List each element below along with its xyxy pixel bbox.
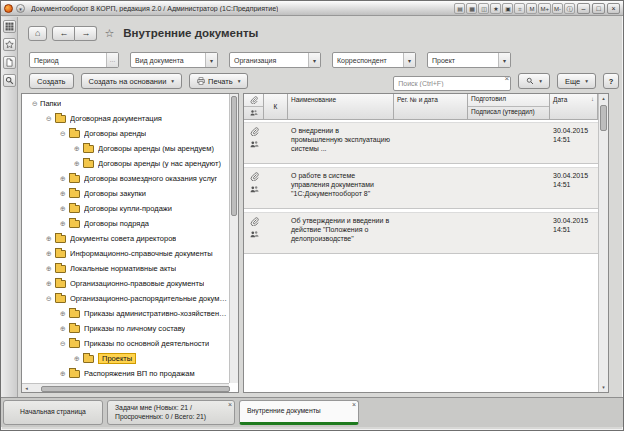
- chevron-down-icon[interactable]: ▾: [308, 53, 320, 67]
- filter-organization[interactable]: Организация ▾: [229, 52, 321, 68]
- print-icon[interactable]: ▦: [466, 3, 477, 14]
- table-row[interactable]: О работе в системе управления документам…: [244, 167, 598, 209]
- tree-item[interactable]: ⊕ Организационно-правовые документы: [23, 276, 228, 291]
- expand-icon[interactable]: ⊕: [72, 145, 82, 153]
- list-vertical-scrollbar[interactable]: ▴ ▾: [598, 94, 608, 392]
- tree-horizontal-scrollbar[interactable]: ◂ ▸: [22, 383, 229, 392]
- tree-item[interactable]: ⊕ Информационно-справочные документы: [23, 246, 228, 261]
- expand-icon[interactable]: ⊕: [72, 355, 82, 363]
- tree-item[interactable]: ⊕ Локальные нормативные акты: [23, 261, 228, 276]
- expand-icon[interactable]: ⊕: [44, 280, 54, 288]
- tree-item[interactable]: ⊕ Договоры аренды (мы арендуем): [23, 141, 228, 156]
- expand-icon[interactable]: ⊕: [44, 250, 54, 258]
- forward-button[interactable]: →: [75, 26, 97, 41]
- tree-item[interactable]: ⊕ Договоры закупки: [23, 186, 228, 201]
- expand-icon[interactable]: ⊕: [58, 190, 68, 198]
- filter-period[interactable]: Период …: [29, 52, 119, 68]
- scrollbar-thumb[interactable]: [41, 386, 230, 392]
- chevron-down-icon[interactable]: ▾: [205, 53, 217, 67]
- tree-item[interactable]: ⊕ Документы совета директоров: [23, 231, 228, 246]
- scroll-up-icon[interactable]: ▴: [599, 94, 608, 103]
- filter-doc-type[interactable]: Вид документа ▾: [130, 52, 218, 68]
- sort-descending-icon[interactable]: ↓: [591, 96, 594, 102]
- expand-icon[interactable]: ⊕: [58, 175, 68, 183]
- tree-item[interactable]: ⊕ Приказы административно-хозяйственные: [23, 306, 228, 321]
- favorites-panel-icon[interactable]: [3, 38, 16, 51]
- close-icon[interactable]: ×: [228, 401, 232, 410]
- memory-plus-icon[interactable]: M+: [538, 3, 551, 14]
- memory-minus-icon[interactable]: M-: [552, 3, 563, 14]
- choose-icon[interactable]: …: [106, 53, 118, 67]
- expand-icon[interactable]: ⊕: [58, 310, 68, 318]
- more-button[interactable]: Еще ▾: [557, 73, 596, 89]
- print-button[interactable]: Печать ▾: [189, 73, 248, 89]
- help-button[interactable]: ?: [603, 73, 619, 89]
- tree-item[interactable]: ⊕ Приказы по личному составу: [23, 321, 228, 336]
- tree-item-folders-root[interactable]: ⊖ Папки: [23, 96, 228, 111]
- table-row[interactable]: Об утверждении и введении в действие "По…: [244, 212, 598, 254]
- tree-item[interactable]: ⊖ Договоры аренды: [23, 126, 228, 141]
- create-from-button[interactable]: Создать на основании ▾: [81, 73, 183, 89]
- tab-internal-documents[interactable]: Внутренние документы ×: [239, 400, 359, 425]
- maximize-button[interactable]: □: [592, 3, 605, 14]
- collapse-icon[interactable]: ⊖: [44, 295, 54, 303]
- expand-icon[interactable]: ⊕: [44, 265, 54, 273]
- home-button[interactable]: ⌂: [28, 26, 47, 41]
- print-preview-icon[interactable]: ◫: [478, 3, 489, 14]
- menu-sections-icon[interactable]: [3, 20, 16, 33]
- close-icon[interactable]: ×: [352, 401, 356, 410]
- header-name[interactable]: Наименование: [288, 94, 394, 120]
- filter-correspondent[interactable]: Корреспондент ▾: [332, 52, 416, 68]
- scroll-down-icon[interactable]: ▾: [599, 383, 608, 392]
- expand-icon[interactable]: ⊕: [58, 220, 68, 228]
- create-button[interactable]: Создать: [29, 73, 74, 89]
- table-row[interactable]: О внедрении в промышленную эксплуатацию …: [244, 122, 598, 164]
- header-date[interactable]: Дата ↓: [550, 94, 598, 120]
- clear-search-icon[interactable]: ×: [505, 74, 510, 84]
- tree-item-selected[interactable]: ⊕ Проекты: [23, 351, 228, 366]
- filter-project[interactable]: Проект ▾: [427, 52, 511, 68]
- chevron-down-icon[interactable]: ▾: [403, 53, 415, 67]
- expand-icon[interactable]: ⊕: [72, 160, 82, 168]
- star-icon[interactable]: ☆: [104, 27, 114, 40]
- history-icon[interactable]: [3, 56, 16, 69]
- main-menu-button[interactable]: ▾: [16, 4, 25, 13]
- collapse-icon[interactable]: ⊖: [44, 115, 54, 123]
- close-button[interactable]: ×: [607, 3, 620, 14]
- collapse-icon[interactable]: ⊖: [30, 100, 40, 108]
- header-prepared-signed[interactable]: Подготовил Подписал (утвердил): [468, 94, 550, 120]
- header-icons-column[interactable]: [244, 94, 264, 120]
- header-prepared[interactable]: Подготовил: [468, 94, 549, 106]
- search-panel-icon[interactable]: [3, 74, 16, 87]
- tree-item[interactable]: ⊖ Организационно-распорядительные докуме…: [23, 291, 228, 306]
- collapse-icon[interactable]: ⊖: [58, 340, 68, 348]
- tree-item[interactable]: ⊕ Договоры возмездного оказания услуг: [23, 171, 228, 186]
- header-k[interactable]: К: [264, 94, 288, 120]
- expand-icon[interactable]: ⊕: [58, 370, 68, 378]
- collapse-icon[interactable]: ⊖: [58, 130, 68, 138]
- minimize-button[interactable]: –: [577, 3, 590, 14]
- tab-home-page[interactable]: Начальная страница: [3, 400, 103, 425]
- tree-vertical-scrollbar[interactable]: [229, 94, 238, 383]
- tree-item[interactable]: ⊕ Договоры аренды (у нас арендуют): [23, 156, 228, 171]
- header-signed[interactable]: Подписал (утвердил): [468, 106, 549, 119]
- memory-icon[interactable]: M: [526, 3, 537, 14]
- expand-icon[interactable]: ⊕: [44, 235, 54, 243]
- header-reg[interactable]: Рег. № и дата: [394, 94, 468, 120]
- search-input[interactable]: [393, 76, 511, 91]
- tree-item[interactable]: ⊖ Договорная документация: [23, 111, 228, 126]
- back-button[interactable]: ←: [52, 26, 75, 41]
- scrollbar-thumb[interactable]: [600, 105, 607, 131]
- info-icon[interactable]: ⓘ: [564, 3, 575, 14]
- calculator-icon[interactable]: ⌗: [514, 3, 525, 14]
- tree-item[interactable]: ⊕ Распоряжения ВП по производству: [23, 381, 228, 382]
- favorites-icon[interactable]: ★: [490, 3, 501, 14]
- tree-item[interactable]: ⊖ Приказы по основной деятельности: [23, 336, 228, 351]
- save-icon[interactable]: ▤: [454, 3, 465, 14]
- expand-icon[interactable]: ⊕: [58, 325, 68, 333]
- expand-icon[interactable]: ⊕: [58, 205, 68, 213]
- calendar-icon[interactable]: ▣: [502, 3, 513, 14]
- tree-item[interactable]: ⊕ Договоры подряда: [23, 216, 228, 231]
- scroll-left-icon[interactable]: ◂: [22, 384, 31, 393]
- tab-my-tasks[interactable]: Задачи мне (Новых: 21 / Просроченных: 0 …: [107, 400, 235, 425]
